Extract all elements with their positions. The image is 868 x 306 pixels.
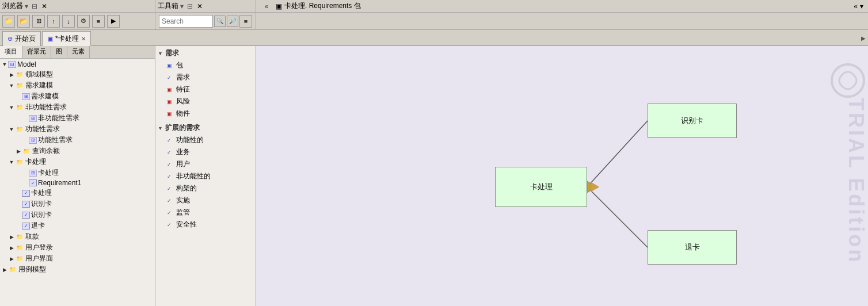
toolbox-toolbar: 🔍 🔎 ≡ bbox=[155, 13, 256, 29]
folder-icon-req-modeling: 📁 bbox=[15, 82, 24, 90]
tree-item-query[interactable]: ▶ 📁 查询余额 bbox=[1, 146, 154, 156]
tree-item-nonfunc[interactable]: ▼ 📁 非功能性需求 bbox=[1, 102, 154, 113]
tree-toggle-exit[interactable] bbox=[15, 223, 22, 229]
tree-toggle-login[interactable]: ▶ bbox=[8, 245, 15, 251]
browser-menu-btn[interactable]: ≡ bbox=[92, 15, 105, 28]
browser-down-btn[interactable]: ↓ bbox=[62, 15, 75, 28]
toolbox-item-object[interactable]: ▣ 物件 bbox=[158, 108, 253, 120]
tree-toggle-nonfunc[interactable]: ▼ bbox=[8, 105, 15, 110]
panel-tab-diagram[interactable]: 图 bbox=[51, 46, 67, 58]
canvas-arrows-icon[interactable]: « bbox=[854, 2, 858, 10]
browser-open-btn[interactable]: 📂 bbox=[17, 15, 30, 28]
search-box[interactable] bbox=[159, 15, 213, 28]
search-btn[interactable]: 🔍 bbox=[214, 16, 226, 27]
toolbox-item-bao[interactable]: ▣ 包 bbox=[158, 59, 253, 71]
tree-toggle-nonfunc2[interactable] bbox=[22, 116, 29, 121]
tree-item-exit[interactable]: ✓ 退卡 bbox=[1, 220, 154, 231]
panel-tab-elements[interactable]: 元素 bbox=[67, 46, 90, 58]
diagram-node-exit[interactable]: 退卡 bbox=[648, 230, 737, 265]
tree-toggle-identify2[interactable] bbox=[15, 212, 22, 218]
toolbox-menu-btn[interactable]: ≡ bbox=[239, 15, 252, 28]
tab-card[interactable]: ▣ *卡处理 ✕ bbox=[42, 31, 91, 46]
canvas-collapse-icon[interactable]: « bbox=[261, 0, 272, 13]
browser-close-icon[interactable]: ✕ bbox=[41, 2, 47, 10]
tree-item-req-modeling2[interactable]: ⊞ 需求建模 bbox=[1, 91, 154, 102]
tree-item-ui[interactable]: ▶ 📁 用户界面 bbox=[1, 253, 154, 264]
toolbox-item-user[interactable]: ✓ 用户 bbox=[158, 158, 253, 170]
toolbox-item-security[interactable]: ✓ 安全性 bbox=[158, 219, 253, 231]
tree-toggle-func2[interactable] bbox=[22, 137, 29, 143]
tree-toggle-query[interactable]: ▶ bbox=[15, 148, 22, 154]
tree-item-nonfunc2[interactable]: ⊞ 非功能性需求 bbox=[1, 113, 154, 124]
svg-line-1 bbox=[587, 187, 648, 247]
toolbox-item-monitor[interactable]: ✓ 监管 bbox=[158, 206, 253, 219]
tree-item-login[interactable]: ▶ 📁 用户登录 bbox=[1, 242, 154, 253]
tree-toggle-identify1[interactable] bbox=[15, 201, 22, 207]
toolbox-icon-user: ✓ bbox=[165, 160, 174, 169]
tab-start[interactable]: ⊕ 开始页 bbox=[2, 31, 41, 46]
toolbox-dock-icon[interactable]: ⊟ bbox=[187, 2, 193, 10]
tree-toggle-ui[interactable]: ▶ bbox=[8, 256, 15, 262]
tree-item-req1[interactable]: ✓ Requirement1 bbox=[1, 178, 154, 188]
toolbox-pin-icon[interactable]: ▾ bbox=[180, 2, 184, 10]
search-input[interactable] bbox=[159, 17, 212, 25]
tree-item-identify2[interactable]: ✓ 识别卡 bbox=[1, 209, 154, 220]
check-icon-identify2: ✓ bbox=[22, 212, 30, 219]
tree-toggle-card2[interactable] bbox=[22, 170, 29, 176]
toolbox-label-feature: 特征 bbox=[176, 85, 190, 94]
toolbox-section-header-extended[interactable]: ▼ 扩展的需求 bbox=[158, 122, 253, 134]
toolbox-item-impl[interactable]: ✓ 实施 bbox=[158, 194, 253, 206]
tree-item-card3[interactable]: ✓ 卡处理 bbox=[1, 188, 154, 198]
browser-title-label: 浏览器 bbox=[2, 1, 23, 11]
toolbox-icon-nonfunc: ✓ bbox=[165, 173, 174, 181]
tab-card-close[interactable]: ✕ bbox=[81, 36, 86, 42]
diagram-node-main[interactable]: 卡处理 bbox=[495, 167, 587, 207]
panel-tab-bg[interactable]: 背景元 bbox=[22, 46, 51, 58]
tree-toggle-card3[interactable] bbox=[15, 190, 22, 196]
tree-item-req-modeling[interactable]: ▼ 📁 需求建模 bbox=[1, 80, 154, 91]
canvas-pin2-icon[interactable]: ▾ bbox=[860, 2, 863, 10]
browser-config-btn[interactable]: ⚙ bbox=[77, 15, 90, 28]
tree-toggle-usecase[interactable]: ▶ bbox=[1, 267, 8, 273]
panel-tab-project[interactable]: 项目 bbox=[0, 46, 22, 58]
tree-item-identify1[interactable]: ✓ 识别卡 bbox=[1, 198, 154, 209]
diagram-node-identify[interactable]: 识别卡 bbox=[648, 104, 737, 138]
tree-label-card3: 卡处理 bbox=[31, 188, 52, 198]
tree-toggle-withdraw[interactable]: ▶ bbox=[8, 234, 15, 240]
model-icon-card: ⊞ bbox=[29, 170, 37, 177]
toolbox-close-icon[interactable]: ✕ bbox=[197, 2, 203, 10]
tree-toggle-domain[interactable]: ▶ bbox=[8, 72, 15, 78]
tree-item-usecase[interactable]: ▶ 📁 用例模型 bbox=[1, 264, 154, 275]
toolbox-item-feature[interactable]: ▣ 特征 bbox=[158, 83, 253, 95]
browser-expand-btn[interactable]: ▶ bbox=[107, 15, 120, 28]
browser-model-btn[interactable]: ⊞ bbox=[32, 15, 45, 28]
tree-item-withdraw[interactable]: ▶ 📁 取款 bbox=[1, 231, 154, 242]
tree-item-card[interactable]: ▼ 📁 卡处理 bbox=[1, 156, 154, 167]
toolbox-section-header-requirements[interactable]: ▼ 需求 bbox=[158, 47, 253, 59]
tree-toggle-req-modeling[interactable]: ▼ bbox=[8, 83, 15, 89]
toolbox-item-req[interactable]: ✓ 需求 bbox=[158, 71, 253, 83]
browser-dock-icon[interactable]: ⊟ bbox=[32, 2, 37, 10]
browser-new-btn[interactable]: 📁 bbox=[2, 15, 15, 28]
search-clear-btn[interactable]: 🔎 bbox=[227, 16, 238, 27]
tree-item-func[interactable]: ▼ 📁 功能性需求 bbox=[1, 124, 154, 135]
canvas-area[interactable]: 卡处理 识别卡 退卡 TRIAL Edition bbox=[256, 46, 868, 306]
model-icon-nonfunc: ⊞ bbox=[29, 115, 37, 122]
tree-toggle-req1[interactable] bbox=[22, 180, 29, 186]
tree-toggle-func[interactable]: ▼ bbox=[8, 127, 15, 132]
browser-pin-icon[interactable]: ▾ bbox=[25, 2, 28, 10]
tree-item-model[interactable]: ▼ M Model bbox=[1, 60, 154, 69]
toolbox-item-arch[interactable]: ✓ 构架的 bbox=[158, 182, 253, 194]
toolbox-item-nonfunc[interactable]: ✓ 非功能性的 bbox=[158, 170, 253, 182]
tree-toggle-req-modeling2[interactable] bbox=[15, 94, 22, 100]
tab-scroll-right[interactable]: ▶ bbox=[861, 35, 866, 41]
browser-up-btn[interactable]: ↑ bbox=[47, 15, 60, 28]
tree-toggle-model[interactable]: ▼ bbox=[1, 62, 8, 67]
toolbox-item-risk[interactable]: ▣ 风险 bbox=[158, 95, 253, 108]
toolbox-item-business[interactable]: ✓ 业务 bbox=[158, 146, 253, 158]
toolbox-item-functional[interactable]: ✓ 功能性的 bbox=[158, 134, 253, 146]
tree-toggle-card[interactable]: ▼ bbox=[8, 159, 15, 165]
tree-item-card2[interactable]: ⊞ 卡处理 bbox=[1, 167, 154, 178]
tree-item-func2[interactable]: ⊞ 功能性需求 bbox=[1, 135, 154, 146]
tree-item-domain[interactable]: ▶ 📁 领域模型 bbox=[1, 69, 154, 80]
